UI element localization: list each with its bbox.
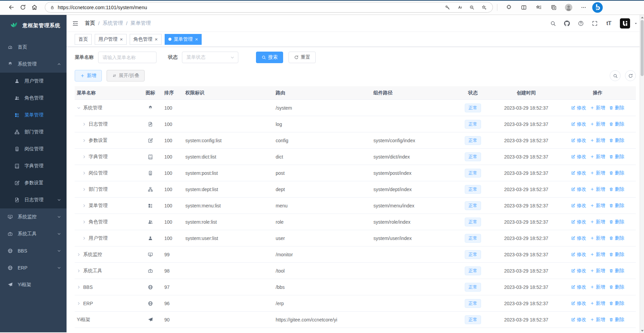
delete-link[interactable]: 删除	[609, 219, 624, 225]
table-row[interactable]: 参数设置 100 system:config:list config syste…	[75, 132, 636, 149]
edit-link[interactable]: 修改	[571, 268, 586, 274]
collapse-sidebar-icon[interactable]	[72, 20, 79, 27]
table-row[interactable]: 岗位管理 100 system:post:list post system/po…	[75, 165, 636, 181]
expand-row-icon[interactable]	[82, 138, 86, 143]
delete-link[interactable]: 删除	[609, 154, 624, 160]
expand-row-icon[interactable]	[82, 122, 86, 126]
table-row[interactable]: Yi框架 90 https://gitee.com/ccnetcore/yi 正…	[75, 312, 636, 328]
table-row[interactable]: ERP 96 /erp 正常 2023-03-29 18:52:37 修改	[75, 295, 636, 312]
edit-link[interactable]: 修改	[571, 154, 586, 160]
sidebar-item[interactable]: 用户管理	[0, 73, 67, 90]
table-row[interactable]: BBS 97 /bbs 正常 2023-03-29 18:52:37 修改	[75, 279, 636, 295]
add-link[interactable]: 新增	[590, 268, 605, 274]
add-link[interactable]: 新增	[590, 186, 605, 192]
browser-refresh-button[interactable]	[17, 2, 29, 13]
expand-row-icon[interactable]	[82, 171, 86, 175]
edit-link[interactable]: 修改	[571, 300, 586, 307]
edit-link[interactable]: 修改	[571, 105, 586, 111]
breadcrumb-system[interactable]: 系统管理	[103, 20, 123, 26]
delete-link[interactable]: 删除	[609, 235, 624, 241]
address-bar[interactable]: https://ccnetcore.com:1101/system/menu	[45, 2, 493, 13]
add-link[interactable]: 新增	[590, 203, 605, 209]
sidebar-item[interactable]: 系统监控	[0, 208, 67, 225]
table-row[interactable]: 系统管理 100 /system 正常 2023-03-29 18:52:37 …	[75, 100, 636, 116]
sidebar-item[interactable]: 部门管理	[0, 124, 67, 141]
lock-icon[interactable]	[50, 5, 55, 10]
view-tab[interactable]: 用户管理 ×	[95, 34, 127, 45]
close-tab-icon[interactable]: ×	[120, 37, 123, 42]
edit-link[interactable]: 修改	[571, 203, 586, 209]
delete-link[interactable]: 删除	[609, 300, 624, 307]
table-row[interactable]: 部门管理 100 system:dept:list dept system/de…	[75, 181, 636, 198]
table-row[interactable]: 日志管理 100 log 正常 2023-03-29 18:52:37 修改	[75, 116, 636, 132]
delete-link[interactable]: 删除	[609, 186, 624, 192]
edit-link[interactable]: 修改	[571, 219, 586, 225]
expand-row-icon[interactable]	[77, 253, 81, 257]
expand-row-icon[interactable]	[77, 301, 81, 306]
add-link[interactable]: 新增	[590, 170, 605, 176]
show-search-button[interactable]	[610, 70, 621, 81]
edit-link[interactable]: 修改	[571, 235, 586, 241]
scrollbar-thumb[interactable]	[641, 20, 644, 76]
delete-link[interactable]: 删除	[609, 105, 624, 111]
table-row[interactable]: 字典管理 100 system:dict:list dict system/di…	[75, 149, 636, 165]
add-link[interactable]: 新增	[590, 235, 605, 241]
reset-button[interactable]: 重置	[289, 52, 316, 63]
sidebar-item[interactable]: 角色管理	[0, 90, 67, 107]
add-link[interactable]: 新增	[590, 317, 605, 323]
edit-link[interactable]: 修改	[571, 170, 586, 176]
password-key-icon[interactable]	[442, 3, 453, 12]
add-link[interactable]: 新增	[590, 154, 605, 160]
delete-link[interactable]: 删除	[609, 268, 624, 274]
font-size-icon[interactable]: tT	[603, 18, 614, 29]
sidebar-item[interactable]: Yi框架	[0, 276, 67, 293]
copilot-bing-icon[interactable]	[592, 2, 603, 13]
github-icon[interactable]	[562, 18, 572, 29]
search-button[interactable]: 搜索	[256, 52, 283, 63]
table-row[interactable]: 系统工具 98 /tool 正常 2023-03-29 18:52:37 修改	[75, 263, 636, 279]
delete-link[interactable]: 删除	[609, 137, 624, 144]
table-row[interactable]: 系统监控 99 /monitor 正常 2023-03-29 18:52:37 …	[75, 246, 636, 263]
edit-link[interactable]: 修改	[571, 121, 586, 127]
split-screen-icon[interactable]	[518, 2, 530, 13]
add-link[interactable]: 新增	[590, 105, 605, 111]
edit-link[interactable]: 修改	[571, 137, 586, 144]
delete-link[interactable]: 删除	[609, 317, 624, 323]
add-button[interactable]: 新增	[75, 70, 102, 81]
sidebar-item[interactable]: 系统工具	[0, 225, 67, 242]
avatar-caret-down-icon[interactable]	[634, 21, 638, 25]
favorites-icon[interactable]	[533, 2, 545, 13]
add-link[interactable]: 新增	[590, 121, 605, 127]
breadcrumb-home[interactable]: 首页	[85, 20, 95, 26]
sidebar-item[interactable]: 系统管理	[0, 56, 67, 73]
delete-link[interactable]: 删除	[609, 121, 624, 127]
table-row[interactable]: 用户管理 100 system:user:list user system/us…	[75, 230, 636, 246]
edit-link[interactable]: 修改	[571, 252, 586, 258]
read-aloud-icon[interactable]	[455, 3, 465, 12]
delete-link[interactable]: 删除	[609, 252, 624, 258]
expand-row-icon[interactable]	[77, 106, 81, 110]
view-tab[interactable]: 菜单管理 ×	[165, 34, 202, 45]
sidebar-item[interactable]: ERP	[0, 259, 67, 276]
expand-row-icon[interactable]	[77, 285, 81, 289]
browser-settings-icon[interactable]	[577, 2, 590, 13]
edit-link[interactable]: 修改	[571, 317, 586, 323]
edit-link[interactable]: 修改	[571, 284, 586, 290]
user-avatar[interactable]	[620, 18, 630, 29]
add-link[interactable]: 新增	[590, 300, 605, 307]
sidebar-item[interactable]: 首页	[0, 39, 67, 56]
add-link[interactable]: 新增	[590, 219, 605, 225]
sidebar-item[interactable]: BBS	[0, 242, 67, 259]
view-tab[interactable]: 角色管理 ×	[130, 34, 162, 45]
url-text[interactable]: https://ccnetcore.com:1101/system/menu	[58, 5, 147, 10]
page-scrollbar[interactable]	[640, 15, 644, 333]
expand-row-icon[interactable]	[77, 269, 81, 273]
close-tab-icon[interactable]: ×	[155, 37, 158, 42]
menu-name-input[interactable]	[98, 52, 157, 63]
scroll-up-arrow[interactable]	[640, 15, 644, 20]
sidebar-item[interactable]: 岗位管理	[0, 141, 67, 158]
fullscreen-icon[interactable]	[589, 18, 600, 29]
expand-row-icon[interactable]	[82, 204, 86, 208]
browser-back-button[interactable]	[5, 2, 17, 13]
expand-row-icon[interactable]	[82, 220, 86, 224]
